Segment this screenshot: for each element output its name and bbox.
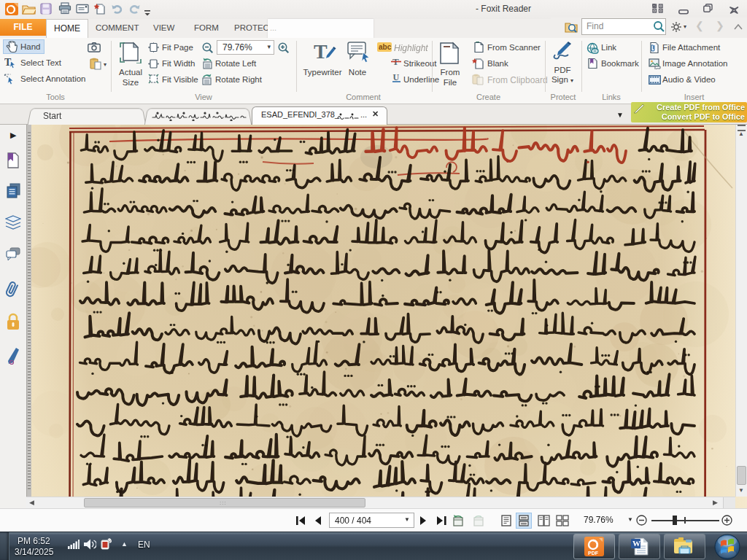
- svg-text:W: W: [632, 539, 640, 548]
- svg-text:PDF: PDF: [588, 551, 599, 556]
- svg-text:T: T: [314, 41, 328, 63]
- svg-text:U: U: [393, 73, 400, 82]
- svg-text:abc: abc: [379, 43, 392, 51]
